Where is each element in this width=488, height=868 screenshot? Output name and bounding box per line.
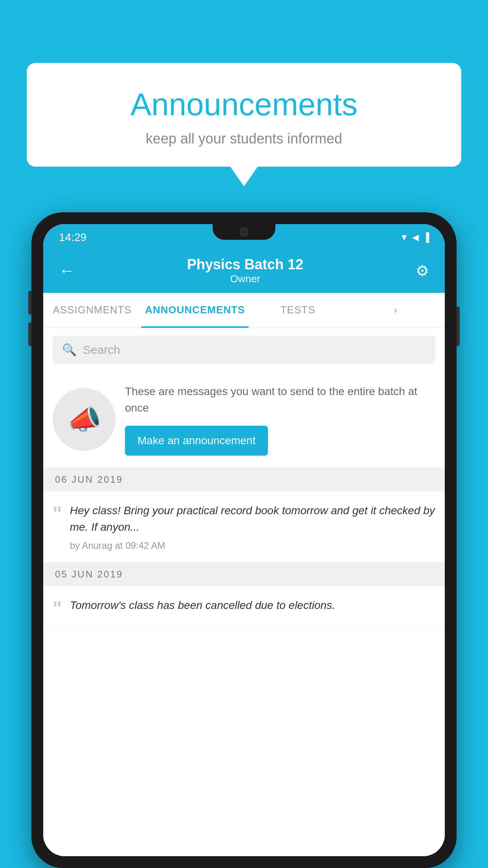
back-button[interactable]: ← [59, 262, 75, 280]
speech-bubble-title: Announcements [58, 86, 430, 123]
app-header: ← Physics Batch 12 Owner ⚙ [43, 248, 445, 293]
tab-more[interactable]: › [347, 293, 445, 327]
date-separator-2: 05 JUN 2019 [43, 563, 445, 586]
announcement-content-2: Tomorrow's class has been cancelled due … [70, 597, 435, 618]
announcement-by-1: by Anurag at 09:42 AM [70, 540, 435, 551]
front-camera [239, 227, 249, 237]
announcement-description: These are messages you want to send to t… [125, 383, 435, 416]
volume-up-button [28, 291, 31, 314]
announcement-prompt: 📣 These are messages you want to send to… [43, 371, 445, 468]
phone-screen: 14:29 ▼ ◀ ▐ ← Physics Batch 12 Owner ⚙ [43, 224, 445, 856]
speech-bubble-container: Announcements keep all your students inf… [27, 63, 461, 186]
status-time: 14:29 [59, 231, 86, 244]
tabs-bar: ASSIGNMENTS ANNOUNCEMENTS TESTS › [43, 293, 445, 328]
signal-icon: ◀ [412, 232, 419, 243]
batch-title: Physics Batch 12 [75, 256, 416, 273]
announcement-item-1[interactable]: " Hey class! Bring your practical record… [43, 491, 445, 563]
batch-role: Owner [75, 273, 416, 285]
announcement-right: These are messages you want to send to t… [125, 383, 435, 456]
settings-button[interactable]: ⚙ [416, 262, 429, 280]
phone-container: 14:29 ▼ ◀ ▐ ← Physics Batch 12 Owner ⚙ [31, 212, 457, 868]
megaphone-circle: 📣 [53, 388, 116, 451]
tab-assignments[interactable]: ASSIGNMENTS [43, 293, 141, 327]
speech-bubble-tail [230, 167, 258, 186]
announcement-text-1: Hey class! Bring your practical record b… [70, 502, 435, 535]
search-container: 🔍 Search [43, 328, 445, 371]
search-icon: 🔍 [62, 343, 77, 357]
phone-notch [213, 224, 275, 240]
power-button [457, 307, 460, 346]
megaphone-icon: 📣 [67, 403, 101, 436]
make-announcement-button[interactable]: Make an announcement [125, 426, 268, 456]
announcement-text-2: Tomorrow's class has been cancelled due … [70, 597, 435, 614]
announcement-content-1: Hey class! Bring your practical record b… [70, 502, 435, 551]
status-icons: ▼ ◀ ▐ [400, 232, 429, 243]
wifi-icon: ▼ [400, 232, 409, 243]
volume-down-button [28, 322, 31, 346]
tab-announcements[interactable]: ANNOUNCEMENTS [141, 293, 249, 327]
header-center: Physics Batch 12 Owner [75, 256, 416, 285]
quote-icon-2: " [53, 599, 62, 618]
speech-bubble-subtitle: keep all your students informed [58, 131, 430, 147]
battery-icon: ▐ [423, 232, 429, 243]
tab-tests[interactable]: TESTS [249, 293, 347, 327]
quote-icon-1: " [53, 504, 62, 551]
phone-frame: 14:29 ▼ ◀ ▐ ← Physics Batch 12 Owner ⚙ [31, 212, 457, 868]
speech-bubble: Announcements keep all your students inf… [27, 63, 461, 167]
date-separator-1: 06 JUN 2019 [43, 468, 445, 491]
search-placeholder: Search [83, 343, 120, 357]
announcement-item-2[interactable]: " Tomorrow's class has been cancelled du… [43, 586, 445, 630]
screen-content: 🔍 Search 📣 These are messages you want t… [43, 328, 445, 856]
search-bar[interactable]: 🔍 Search [53, 336, 435, 364]
